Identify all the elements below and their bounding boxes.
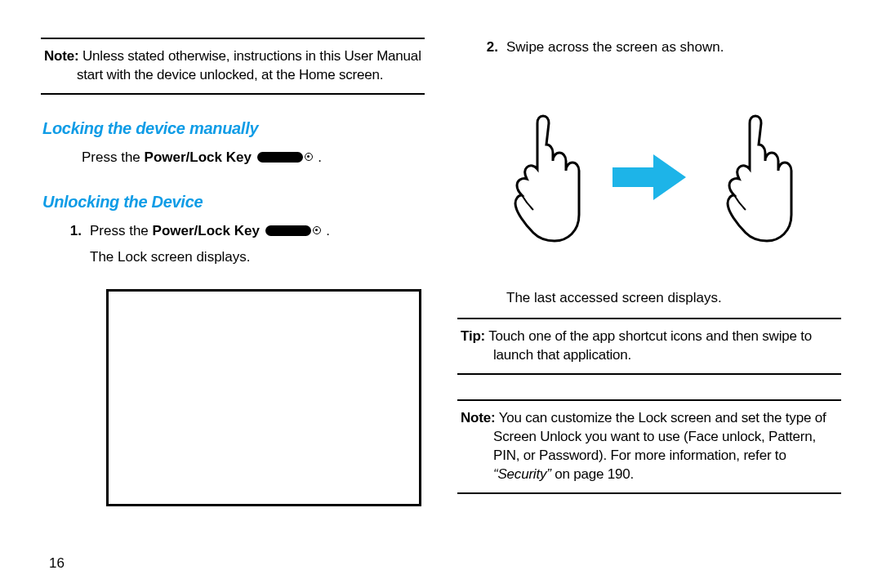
divider	[457, 373, 841, 375]
security-reference: “Security”	[493, 466, 555, 482]
heading-unlocking: Unlocking the Device	[42, 193, 425, 212]
right-column: 2. Swipe across the screen as shown. The…	[457, 33, 841, 572]
text: .	[323, 223, 330, 238]
page-number: 16	[49, 531, 425, 572]
tip-text-2: launch that application.	[461, 346, 840, 365]
step-number: 1.	[41, 221, 90, 242]
power-indicator-icon	[313, 226, 321, 234]
arrow-right-icon	[612, 153, 686, 202]
step-body: Press the Power/Lock Key . The Lock scre…	[90, 221, 425, 268]
result-line: The last accessed screen displays.	[457, 288, 841, 309]
note-block: Note: Unless stated otherwise, instructi…	[42, 47, 425, 85]
power-lock-key-label: Power/Lock Key	[145, 149, 252, 165]
result-text: The last accessed screen displays.	[506, 288, 841, 309]
instruction-line: Press the Power/Lock Key .	[82, 148, 425, 168]
step-2: 2. Swipe across the screen as shown.	[457, 38, 841, 58]
divider	[457, 492, 841, 494]
power-lock-key-icon	[257, 152, 303, 163]
note-text-1: Unless stated otherwise, instructions in…	[78, 48, 421, 64]
power-indicator-icon	[305, 153, 313, 161]
tip-block: Tip: Touch one of the app shortcut icons…	[459, 327, 841, 365]
note-ref-line: “Security” on page 190.	[461, 466, 840, 484]
text: on page 190.	[555, 466, 634, 482]
note-text-2: start with the device unlocked, at the H…	[44, 66, 423, 85]
power-lock-key-icon	[265, 225, 311, 236]
hand-pointing-icon	[494, 112, 592, 243]
note-label: Note:	[461, 410, 495, 425]
swipe-gesture-illustration	[457, 112, 841, 243]
left-column: Note: Unless stated otherwise, instructi…	[41, 33, 425, 572]
step-1: 1. Press the Power/Lock Key . The Lock s…	[41, 221, 425, 268]
note-line-3: PIN, or Password). For more information,…	[461, 447, 840, 466]
text: PIN, or Password). For more information,…	[493, 448, 786, 463]
manual-page: Note: Unless stated otherwise, instructi…	[0, 0, 882, 588]
step-text: The Lock screen displays.	[90, 247, 425, 268]
spacer	[457, 380, 841, 394]
divider	[41, 93, 425, 95]
power-lock-key-label: Power/Lock Key	[153, 223, 260, 238]
divider	[41, 38, 425, 39]
note-label: Note:	[44, 48, 78, 64]
heading-locking: Locking the device manually	[42, 119, 425, 138]
step-body: Swipe across the screen as shown.	[506, 38, 841, 58]
text: Press the	[90, 223, 153, 238]
tip-text-1: Touch one of the app shortcut icons and …	[485, 328, 812, 344]
text: Press the	[82, 149, 145, 165]
divider	[457, 399, 841, 401]
lock-screen-placeholder	[106, 289, 421, 506]
text: .	[314, 149, 322, 165]
note-block-2: Note: You can customize the Lock screen …	[459, 409, 841, 484]
hand-pointing-icon	[706, 112, 804, 243]
divider	[457, 318, 841, 319]
note-line-2: Screen Unlock you want to use (Face unlo…	[461, 428, 840, 447]
step-number: 2.	[457, 38, 506, 58]
svg-marker-0	[612, 154, 686, 200]
note-line-1: You can customize the Lock screen and se…	[495, 410, 826, 425]
tip-label: Tip:	[461, 328, 485, 344]
